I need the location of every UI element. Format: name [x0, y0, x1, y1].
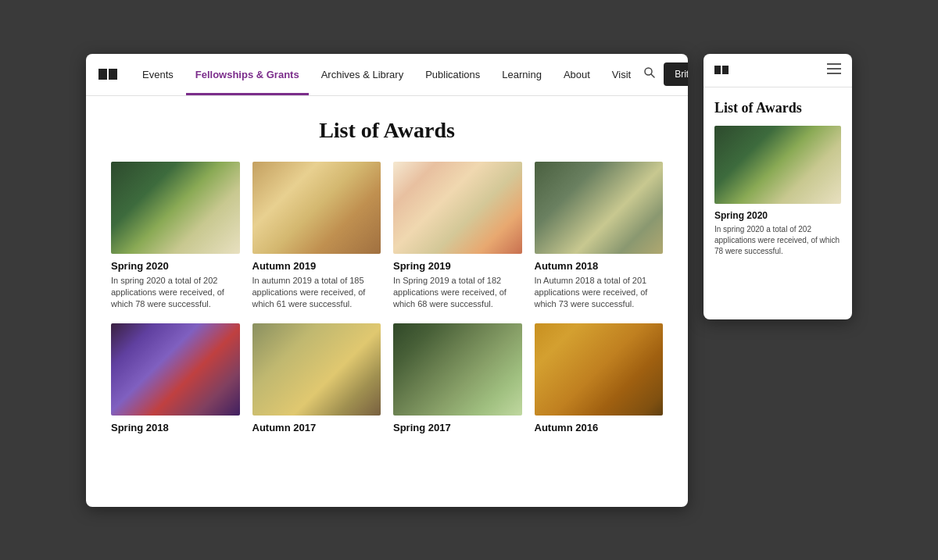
- award-card-spring2017[interactable]: Spring 2017: [393, 323, 522, 437]
- logo-rect-left: [98, 69, 107, 80]
- award-card-spring2019[interactable]: Spring 2019 In Spring 2019 a total of 18…: [393, 162, 522, 311]
- mobile-logo[interactable]: [714, 66, 729, 74]
- award-image-autumn2019: [252, 162, 381, 254]
- main-content: List of Awards Spring 2020 In spring 202…: [86, 96, 688, 452]
- svg-line-1: [651, 74, 654, 77]
- award-image-autumn2017: [252, 323, 381, 416]
- award-desc-autumn2019: In autumn 2019 a total of 185 applicatio…: [252, 275, 381, 311]
- mobile-featured-desc: In spring 2020 a total of 202 applicatio…: [714, 224, 841, 257]
- mobile-logo-rect-right: [722, 66, 729, 74]
- award-image-autumn2018: [535, 162, 664, 254]
- nav-item-archives[interactable]: Archives & Library: [312, 54, 413, 96]
- award-image-spring2018: [111, 323, 240, 416]
- mobile-window: List of Awards Spring 2020 In spring 202…: [704, 54, 852, 319]
- mobile-content: List of Awards Spring 2020 In spring 202…: [704, 87, 852, 268]
- award-card-spring2020[interactable]: Spring 2020 In spring 2020 a total of 20…: [111, 162, 240, 311]
- search-button[interactable]: [643, 63, 656, 85]
- award-card-autumn2019[interactable]: Autumn 2019 In autumn 2019 a total of 18…: [252, 162, 381, 311]
- hamburger-menu-button[interactable]: [827, 63, 841, 77]
- award-season-autumn2018: Autumn 2018: [535, 260, 664, 272]
- award-season-spring2020: Spring 2020: [111, 260, 240, 272]
- mobile-navbar: [704, 54, 852, 87]
- award-season-spring2018: Spring 2018: [111, 422, 240, 433]
- nav-item-events[interactable]: Events: [133, 54, 183, 96]
- award-season-autumn2016: Autumn 2016: [535, 422, 664, 433]
- award-desc-spring2019: In Spring 2019 a total of 182 applicatio…: [393, 275, 522, 311]
- award-desc-autumn2018: In Autumn 2018 a total of 201 applicatio…: [535, 275, 664, 311]
- award-card-spring2018[interactable]: Spring 2018: [111, 323, 240, 437]
- nav-item-about[interactable]: About: [554, 54, 600, 96]
- award-image-spring2017: [393, 323, 522, 416]
- site-logo[interactable]: [98, 69, 117, 80]
- page-title: List of Awards: [111, 118, 663, 143]
- logo-rect-right: [109, 69, 117, 80]
- award-season-autumn2017: Autumn 2017: [252, 422, 381, 433]
- award-season-autumn2019: Autumn 2019: [252, 260, 381, 272]
- nav-item-visit[interactable]: Visit: [603, 54, 640, 96]
- award-desc-spring2020: In spring 2020 a total of 202 applicatio…: [111, 275, 240, 311]
- main-desktop-window: Events Fellowships & Grants Archives & L…: [86, 54, 688, 507]
- search-icon: [643, 66, 656, 82]
- mobile-logo-rect-left: [714, 66, 721, 74]
- navbar: Events Fellowships & Grants Archives & L…: [86, 54, 688, 96]
- awards-grid: Spring 2020 In spring 2020 a total of 20…: [111, 162, 663, 437]
- mobile-featured-image: [714, 126, 841, 204]
- award-image-spring2019: [393, 162, 522, 254]
- award-card-autumn2017[interactable]: Autumn 2017: [252, 323, 381, 437]
- mobile-featured-season: Spring 2020: [714, 210, 841, 221]
- nav-item-learning[interactable]: Learning: [492, 54, 551, 96]
- award-season-spring2019: Spring 2019: [393, 260, 522, 272]
- nav-item-publications[interactable]: Publications: [416, 54, 489, 96]
- award-card-autumn2016[interactable]: Autumn 2016: [535, 323, 664, 437]
- mobile-page-title: List of Awards: [714, 100, 841, 116]
- award-card-autumn2018[interactable]: Autumn 2018 In Autumn 2018 a total of 20…: [535, 162, 664, 311]
- british-art-studies-button[interactable]: British Art Studies →: [664, 62, 688, 86]
- award-image-autumn2016: [535, 323, 664, 416]
- award-season-spring2017: Spring 2017: [393, 422, 522, 433]
- award-image-spring2020: [111, 162, 240, 254]
- nav-item-fellowships[interactable]: Fellowships & Grants: [186, 54, 309, 96]
